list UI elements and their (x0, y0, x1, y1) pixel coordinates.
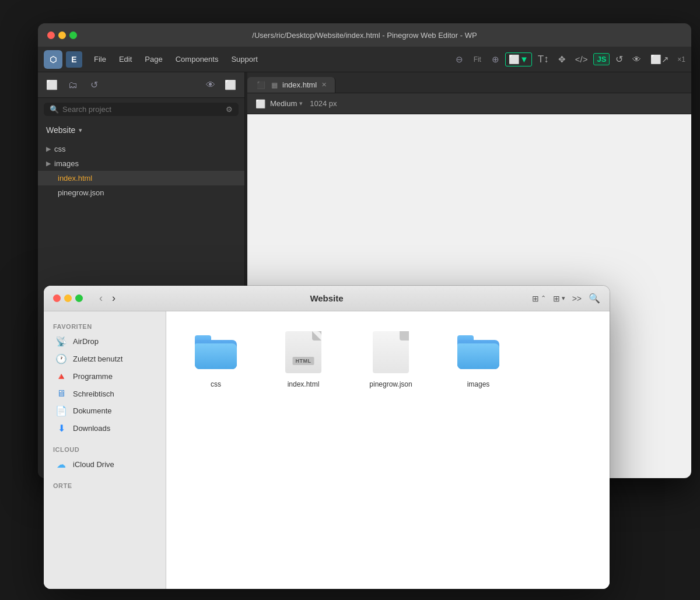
images-chevron: ▶ (46, 160, 51, 167)
cursor-btn[interactable]: ✥ (555, 52, 569, 67)
index-html-label: index.html (58, 174, 92, 183)
downloads-label: Downloads (73, 424, 110, 433)
menu-support[interactable]: Support (225, 52, 264, 66)
sidebar-airdrop[interactable]: 📡 AirDrop (46, 333, 163, 350)
favorites-header: Favoriten (44, 318, 166, 332)
sidebar-downloads[interactable]: ⬇ Downloads (46, 420, 163, 437)
layout-btn[interactable]: ⬜▼ (505, 52, 532, 66)
list-icon: ⊞ (553, 294, 560, 303)
css-chevron: ▶ (46, 145, 51, 153)
html-file-name: index.html (288, 380, 320, 390)
finder-main: css HTML index.html (166, 311, 610, 589)
finder-minimize-btn[interactable] (64, 294, 72, 302)
tab-split-v[interactable]: ▦ (271, 81, 278, 89)
finder-close-btn[interactable] (53, 294, 61, 302)
pinegrow-logo[interactable]: ⬡ (44, 50, 62, 69)
finder-images-folder[interactable]: images (452, 329, 505, 390)
desktop-icon: 🖥 (55, 388, 67, 399)
finder-title: Website (310, 293, 343, 303)
menu-components[interactable]: Components (170, 52, 225, 66)
fit-btn[interactable]: Fit (469, 53, 486, 66)
sidebar-toolbar: ⬜ 🗂 ↺ 👁 ⬜ (38, 72, 244, 98)
json-file-name: pinegrow.json (369, 380, 412, 390)
preview-btn[interactable]: 👁 (629, 52, 645, 66)
recent-label: Zuletzt benutzt (73, 355, 123, 363)
html-badge: HTML (293, 357, 314, 365)
sidebar-recent[interactable]: 🕐 Zuletzt benutzt (46, 350, 163, 367)
sidebar-icloud[interactable]: ☁ iCloud Drive (46, 456, 163, 473)
sidebar-desktop[interactable]: 🖥 Schreibtisch (46, 385, 163, 402)
json-file-icon-wrapper (368, 329, 414, 376)
airdrop-icon: 📡 (55, 336, 67, 347)
css-folder-icon (192, 329, 239, 376)
close-button[interactable] (47, 31, 55, 39)
viewport-selector[interactable]: ⬜ Medium ▾ 1024 px (256, 99, 337, 108)
maximize-button[interactable] (69, 31, 77, 39)
downloads-icon: ⬇ (55, 423, 67, 434)
images-folder-shape (457, 335, 499, 369)
minimize-button[interactable] (58, 31, 66, 39)
zoom-in-btn[interactable]: ⊕ (488, 52, 503, 67)
js-btn[interactable]: JS (593, 53, 610, 65)
tree-pinegrow-json[interactable]: pinegrow.json (38, 185, 244, 200)
menu-page[interactable]: Page (139, 52, 168, 66)
docs-icon: 📄 (55, 405, 67, 416)
finder-search-btn[interactable]: 🔍 (589, 293, 600, 304)
main-toolbar: ⬡ E File Edit Page Components Support ⊖ … (38, 47, 691, 72)
sidebar-docs[interactable]: 📄 Dokumente (46, 402, 163, 419)
filter-icon[interactable]: ⚙ (226, 105, 233, 114)
sidebar-apps[interactable]: 🔺 Programme (46, 368, 163, 385)
project-header[interactable]: Website ▾ (38, 121, 244, 139)
finder-css-folder[interactable]: css (190, 329, 242, 390)
export-btn[interactable]: ⬜↗ (647, 52, 673, 67)
css-label: css (54, 145, 66, 153)
icloud-label: iCloud Drive (73, 460, 114, 469)
menu-file[interactable]: File (88, 52, 112, 66)
tree-css[interactable]: ▶ css (38, 142, 244, 156)
refresh-btn[interactable]: ↺ (612, 51, 626, 67)
menu-edit[interactable]: Edit (113, 52, 138, 66)
text-btn[interactable]: T↕ (534, 51, 552, 68)
finder-maximize-btn[interactable] (75, 294, 83, 302)
list-chevron: ▾ (562, 294, 565, 302)
view-list-btn[interactable]: ⊞ ▾ (553, 294, 565, 303)
json-file-shape (373, 331, 409, 373)
view-grid-btn[interactable]: ⊞ ⌃ (532, 294, 546, 303)
finder-titlebar: ‹ › Website ⊞ ⌃ ⊞ ▾ >> 🔍 (44, 286, 610, 311)
finder-index-html[interactable]: HTML index.html (277, 329, 330, 390)
sidebar-icon-3[interactable]: ↺ (86, 77, 102, 93)
docs-label: Dokumente (73, 406, 111, 415)
finder-toolbar-right: ⊞ ⌃ ⊞ ▾ >> 🔍 (532, 293, 600, 304)
tab-label: index.html (282, 80, 317, 89)
desktop-label: Schreibtisch (73, 390, 114, 398)
more-options-btn[interactable]: >> (572, 294, 582, 303)
finder-forward-btn[interactable]: › (110, 291, 118, 306)
code-btn[interactable]: </> (572, 52, 592, 66)
project-chevron: ▾ (79, 127, 82, 134)
tree-index-html[interactable]: index.html (38, 171, 244, 185)
toolbar-right: ⊖ Fit ⊕ ⬜▼ T↕ ✥ </> JS ↺ 👁 ⬜↗ ×1 (452, 51, 685, 68)
tab-index-html[interactable]: ⬛ ▦ index.html ✕ (247, 77, 335, 93)
sidebar-icon-2[interactable]: 🗂 (65, 77, 81, 93)
tree-images[interactable]: ▶ images (38, 156, 244, 171)
editor-toggle[interactable]: E (66, 51, 82, 68)
window-title: /Users/ric/Desktop/Website/index.html - … (252, 31, 477, 40)
finder-back-btn[interactable]: ‹ (97, 291, 105, 306)
tab-close-btn[interactable]: ✕ (321, 81, 327, 89)
search-input[interactable] (62, 105, 222, 114)
zoom-out-btn[interactable]: ⊖ (452, 52, 467, 67)
tab-bar: ⬛ ▦ index.html ✕ (247, 72, 691, 93)
eye-icon[interactable]: 👁 (202, 77, 219, 93)
finder-window: ‹ › Website ⊞ ⌃ ⊞ ▾ >> 🔍 Favoriten 📡 Air… (44, 286, 610, 589)
images-folder-icon (455, 329, 502, 376)
finder-pinegrow-json[interactable]: pinegrow.json (365, 329, 417, 390)
apps-label: Programme (73, 372, 113, 381)
menu-bar: File Edit Page Components Support (88, 52, 264, 66)
images-folder-name: images (467, 380, 490, 390)
folder-front (195, 343, 237, 369)
tab-split-h[interactable]: ⬛ (257, 81, 265, 89)
window-icon[interactable]: ⬜ (222, 77, 239, 93)
html-file-shape: HTML (285, 331, 321, 373)
finder-sidebar: Favoriten 📡 AirDrop 🕐 Zuletzt benutzt 🔺 … (44, 311, 166, 589)
sidebar-icon-1[interactable]: ⬜ (44, 77, 60, 93)
